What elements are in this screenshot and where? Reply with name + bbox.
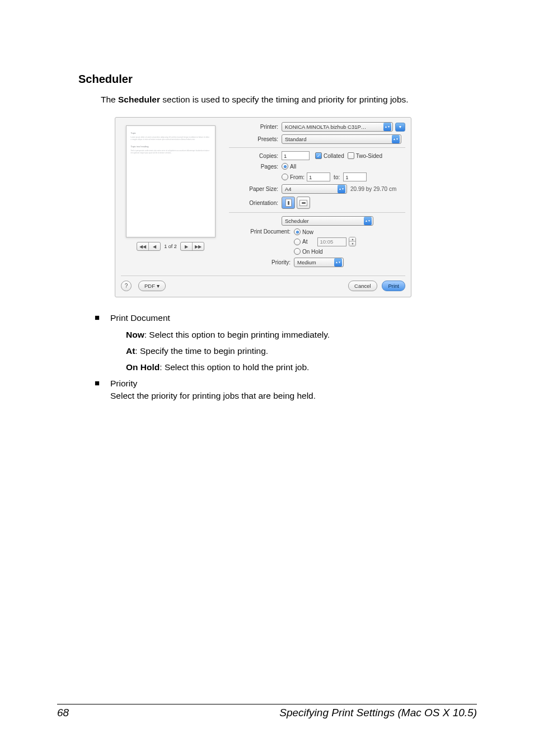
print-at-label: At [302, 239, 307, 245]
select-arrows-icon: ▲▼ [338, 185, 345, 193]
twosided-label: Two-Sided [356, 153, 382, 159]
print-button[interactable]: Print [382, 281, 405, 291]
pages-from-radio[interactable] [282, 174, 288, 180]
preview-nav-back[interactable]: ◀◀ ◀ [137, 242, 161, 251]
intro-suffix: section is used to specify the timing an… [160, 95, 409, 104]
collated-label: Collated [324, 153, 344, 159]
panel-select-value: Scheduler [285, 218, 362, 224]
divider [229, 147, 405, 148]
at-bold: At [126, 346, 135, 356]
pages-from-label: From: [290, 174, 305, 180]
priority-item-title: Priority [110, 377, 401, 390]
pages-all-radio[interactable] [282, 163, 288, 170]
nav-last-icon[interactable]: ▶▶ [193, 242, 204, 250]
preview-page: Topic Lorem ipsum dolor sit amet consect… [126, 125, 216, 237]
preview-pane: Topic Lorem ipsum dolor sit amet consect… [121, 122, 220, 270]
copies-label: Copies: [229, 153, 282, 159]
print-document-label: Print Document: [229, 228, 294, 235]
priority-label: Priority: [229, 259, 294, 265]
intro-bold: Scheduler [118, 95, 160, 104]
print-now-label: Now [302, 229, 313, 235]
print-at-radio[interactable] [294, 239, 301, 245]
preview-nav-forward[interactable]: ▶ ▶▶ [180, 242, 204, 251]
presets-label: Presets: [229, 136, 282, 142]
now-bold: Now [126, 330, 144, 339]
paper-size-dims: 20.99 by 29.70 cm [347, 186, 396, 192]
cancel-button[interactable]: Cancel [348, 281, 377, 291]
select-arrows-icon: ▲▼ [392, 135, 400, 143]
orientation-portrait-button[interactable] [282, 197, 295, 209]
pages-all-label: All [290, 164, 296, 170]
bullet-icon: ■ [93, 377, 110, 403]
intro-prefix: The [101, 95, 118, 104]
stepper-down-icon: ▼ [349, 242, 355, 246]
print-document-item: Print Document [110, 312, 401, 324]
intro-paragraph: The Scheduler section is used to specify… [101, 94, 411, 106]
time-stepper[interactable]: ▲▼ [349, 237, 356, 246]
presets-select[interactable]: Standard ▲▼ [282, 134, 401, 144]
paper-size-label: Paper Size: [229, 186, 282, 192]
priority-value: Medium [297, 259, 332, 265]
print-at-time-input[interactable]: 10:05 [317, 237, 346, 246]
copies-input[interactable]: 1 [282, 151, 310, 160]
divider [229, 212, 405, 213]
select-arrows-icon: ▲▼ [334, 258, 342, 267]
orientation-label: Orientation: [229, 200, 282, 206]
pdf-button[interactable]: PDF ▾ [138, 281, 166, 291]
now-text: : Select this option to begin printing i… [144, 330, 330, 339]
select-arrows-icon: ▲▼ [383, 123, 391, 131]
select-arrows-icon: ▲▼ [364, 217, 372, 225]
section-heading: Scheduler [78, 73, 478, 86]
stepper-up-icon: ▲ [349, 237, 355, 242]
footer-title: Specifying Print Settings (Mac OS X 10.5… [279, 707, 477, 719]
nav-first-icon[interactable]: ◀◀ [137, 242, 149, 250]
portrait-icon [285, 199, 292, 207]
priority-select[interactable]: Medium ▲▼ [294, 258, 344, 267]
page-number: 68 [57, 707, 69, 719]
presets-value: Standard [285, 136, 390, 142]
pages-from-input[interactable]: 1 [307, 172, 330, 181]
nav-next-icon[interactable]: ▶ [181, 242, 193, 250]
panel-select[interactable]: Scheduler ▲▼ [282, 216, 373, 226]
hold-bold: On Hold [126, 362, 160, 372]
printer-info-button[interactable]: ▾ [395, 123, 405, 132]
print-hold-radio[interactable] [294, 248, 301, 255]
help-button[interactable]: ? [121, 281, 132, 291]
print-dialog: Topic Lorem ipsum dolor sit amet consect… [115, 117, 411, 297]
paper-size-select[interactable]: A4 ▲▼ [282, 184, 347, 194]
page-footer: 68 Specifying Print Settings (Mac OS X 1… [57, 704, 477, 719]
pages-to-input[interactable]: 1 [343, 172, 367, 181]
preview-nav: ◀◀ ◀ 1 of 2 ▶ ▶▶ [121, 242, 220, 251]
paper-size-value: A4 [285, 186, 335, 192]
print-now-radio[interactable] [294, 228, 301, 235]
pages-to-label: to: [330, 174, 343, 180]
hold-text: : Select this option to hold the print j… [160, 362, 309, 372]
collated-checkbox[interactable]: ✓ [315, 152, 322, 159]
orientation-landscape-button[interactable] [297, 197, 310, 209]
printer-label: Printer: [229, 124, 282, 130]
at-text: : Specify the time to begin printing. [135, 346, 268, 356]
printer-value: KONICA MINOLTA bizhub C31P… [285, 124, 381, 130]
nav-prev-icon[interactable]: ◀ [149, 242, 160, 250]
preview-page-indicator: 1 of 2 [164, 244, 177, 249]
printer-select[interactable]: KONICA MINOLTA bizhub C31P… ▲▼ [282, 122, 393, 132]
twosided-checkbox[interactable] [348, 152, 354, 159]
landscape-icon [299, 200, 307, 206]
print-hold-label: On Hold [302, 249, 323, 255]
priority-item-text: Select the priority for printing jobs th… [110, 390, 401, 402]
pages-label: Pages: [229, 164, 282, 170]
bullet-icon: ■ [93, 312, 110, 324]
